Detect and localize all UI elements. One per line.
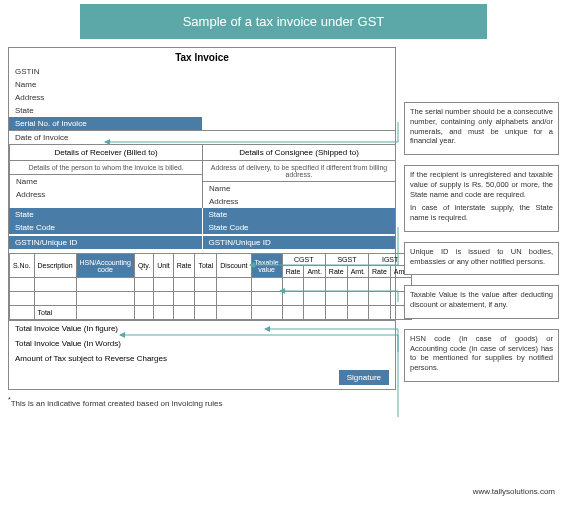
invoice-form: Tax Invoice GSTIN Name Address State Ser… [8,47,396,390]
field-state: State [9,104,395,117]
items-table: S.No. Description HSN/Accounting code Qt… [9,253,412,320]
th-cgst: CGST [282,254,325,266]
receiver-name: Name [10,175,202,188]
invoice-title: Tax Invoice [9,48,395,65]
receiver-statecode: State Code [9,221,203,234]
th-sgst: SGST [325,254,368,266]
consignee-header: Details of Consignee (Shipped to) [203,145,395,161]
th-sgst-rate: Rate [325,266,347,278]
note-uniqueid: Unique ID is issued to UN bodies, embass… [404,242,559,276]
th-rate: Rate [173,254,195,278]
th-desc: Description [34,254,76,278]
th-cgst-amt: Amt. [304,266,325,278]
consignee-state: State [203,208,396,221]
consignee-sub: Address of delivery, to be specified if … [203,161,395,182]
consignee-name: Name [203,182,395,195]
field-gstin: GSTIN [9,65,395,78]
field-address: Address [9,91,395,104]
summary-reverse: Amount of Tax subject to Reverse Charges [9,351,395,366]
note-hsn: HSN code (in case of goods) or Accountin… [404,329,559,382]
table-total-row: Total [10,306,412,320]
note-state: If the recipient is unregistered and tax… [404,165,559,232]
th-discount: Discount [217,254,251,278]
th-igst-rate: Rate [369,266,391,278]
consignee-gstin: GSTIN/Unique ID [203,236,396,249]
th-sgst-amt: Amt. [347,266,368,278]
page-header: Sample of a tax invoice under GST [80,4,487,39]
th-sno: S.No. [10,254,35,278]
table-row [10,278,412,292]
summary-figure: Total Invoice Value (In figure) [9,320,395,336]
th-cgst-rate: Rate [282,266,304,278]
th-hsn: HSN/Accounting code [76,254,134,278]
field-date: Date of Invoice [9,130,395,144]
table-row [10,292,412,306]
consignee-address: Address [203,195,395,208]
receiver-state: State [9,208,203,221]
signature-box: Signature [339,370,389,385]
summary-words: Total Invoice Value (In Words) [9,336,395,351]
consignee-statecode: State Code [203,221,396,234]
state-row: State State [9,208,395,221]
party-columns: Details of Receiver (Billed to) Details … [9,144,395,208]
receiver-address: Address [10,188,202,201]
annotations: The serial number should be a consecutiv… [404,102,559,392]
note-serial: The serial number should be a consecutiv… [404,102,559,155]
field-serial: Serial No. of Invoice [9,117,202,130]
receiver-sub: Details of the person to whom the invoic… [10,161,202,175]
th-total: Total [195,254,217,278]
field-name: Name [9,78,395,91]
receiver-col: Details of Receiver (Billed to) Details … [9,144,202,208]
source-url: www.tallysolutions.com [473,487,555,496]
consignee-col: Details of Consignee (Shipped to) Addres… [202,144,395,208]
th-taxable: Taxable value [251,254,282,278]
note-taxable: Taxable Value is the value after deducti… [404,285,559,319]
receiver-gstin: GSTIN/Unique ID [9,236,203,249]
th-unit: Unit [154,254,173,278]
receiver-header: Details of Receiver (Billed to) [10,145,202,161]
statecode-row: State Code State Code [9,221,395,234]
th-qty: Qty. [134,254,153,278]
footnote: *This is an indicative format created ba… [0,390,567,414]
total-label: Total [34,306,76,320]
table-header-row: S.No. Description HSN/Accounting code Qt… [10,254,412,266]
gstin-row: GSTIN/Unique ID GSTIN/Unique ID [9,236,395,249]
